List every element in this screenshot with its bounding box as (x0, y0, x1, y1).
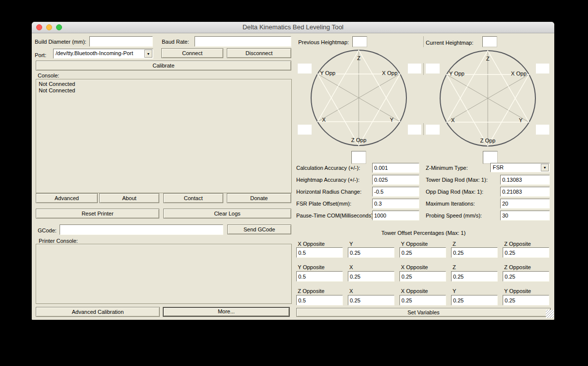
offset-r3c3-label: X Opposite (401, 288, 428, 294)
offset-r3c4-label: Y (453, 288, 456, 294)
offset-r1c2-input[interactable] (348, 247, 394, 258)
prev-heightmap-y-field[interactable] (408, 125, 421, 135)
advanced-calibration-button[interactable]: Advanced Calibration (36, 307, 160, 317)
tower-diag-rod-input[interactable] (500, 175, 550, 185)
about-button[interactable]: About (99, 193, 159, 203)
point-label-x-opp: X Opp (382, 70, 397, 76)
baud-rate-input[interactable] (195, 36, 291, 47)
point-label-z: Z (439, 56, 536, 62)
previous-heightmap-field[interactable] (352, 36, 367, 47)
opp-diag-rod-input[interactable] (500, 187, 550, 197)
reset-printer-button[interactable]: Reset Printer (36, 209, 159, 219)
offset-r1c1-input[interactable] (296, 247, 343, 258)
probing-speed-input[interactable] (500, 211, 550, 220)
prev-heightmap-x-field[interactable] (298, 125, 312, 135)
offset-r3c5-input[interactable] (503, 295, 549, 305)
offset-r2c2-input[interactable] (348, 271, 394, 282)
zoom-button[interactable] (56, 24, 62, 30)
prev-heightmap-zopp-field[interactable] (351, 151, 366, 164)
heightmap-accuracy-label: Heightmap Accuracy (+/-): (296, 177, 359, 183)
chevron-down-icon[interactable]: ▼ (541, 164, 549, 171)
offset-r1c5-input[interactable] (503, 247, 549, 258)
horizontal-radius-input[interactable] (372, 187, 419, 197)
clear-logs-button[interactable]: Clear Logs (163, 209, 291, 219)
offset-r3c5-label: Y Opposite (504, 288, 531, 294)
offset-r1c3-label: Y Opposite (401, 241, 428, 247)
tower-diag-rod-label: Tower Diag Rod (Max: 1): (426, 177, 488, 183)
titlebar[interactable]: Delta Kinematics Bed Leveling Tool (32, 22, 554, 33)
offset-r2c4-label: Z (453, 264, 456, 271)
build-diameter-label: Build Diameter (mm): (35, 39, 86, 45)
point-label-x: X (451, 117, 455, 123)
panel-divider (423, 63, 424, 75)
minimize-button[interactable] (46, 24, 52, 30)
offset-r1c5-label: Z Opposite (504, 241, 531, 247)
gcode-input[interactable] (60, 224, 223, 235)
disconnect-button[interactable]: Disconnect (227, 48, 291, 58)
port-label: Port: (35, 52, 46, 59)
main-content: Build Diameter (mm): Baud Rate: Port: /d… (32, 33, 554, 320)
advanced-button[interactable]: Advanced (36, 193, 98, 203)
cur-heightmap-y-field[interactable] (536, 125, 549, 135)
point-label-x-opp: X Opp (511, 71, 526, 76)
calibrate-button[interactable]: Calibrate (36, 61, 291, 71)
z-minimum-type-select[interactable]: FSR ▼ (490, 163, 550, 172)
traffic-lights (36, 24, 62, 30)
point-label-z-opp: Z Opp (310, 137, 407, 143)
window-title: Delta Kinematics Bed Leveling Tool (32, 22, 554, 33)
fsr-plate-offset-input[interactable] (372, 199, 419, 209)
cur-heightmap-yopp-field[interactable] (426, 64, 440, 73)
send-gcode-button[interactable]: Send GCode (227, 224, 291, 234)
contact-button[interactable]: Contact (163, 193, 223, 203)
resize-grip[interactable] (546, 310, 554, 318)
port-select[interactable]: /dev/tty.Bluetooth-Incoming-Port ▼ (53, 49, 153, 59)
previous-heightmap-label: Previous Heightmap: (298, 39, 349, 46)
offset-r2c2-label: X (349, 264, 353, 271)
offset-r3c4-input[interactable] (451, 295, 498, 305)
baud-rate-label: Baud Rate: (162, 39, 189, 45)
current-heightmap-diagram: Z Y Opp X Opp X Y Z Opp (439, 50, 536, 147)
offset-r2c4-input[interactable] (451, 271, 498, 282)
offset-r3c1-input[interactable] (296, 295, 343, 305)
port-value: /dev/tty.Bluetooth-Incoming-Port (54, 49, 153, 56)
more-button[interactable]: More... (163, 307, 290, 317)
close-button[interactable] (36, 24, 42, 30)
prev-heightmap-xopp-field[interactable] (408, 64, 421, 73)
opp-diag-rod-label: Opp Diag Rod (Max: 1): (426, 189, 483, 195)
offset-r3c3-input[interactable] (399, 295, 446, 305)
donate-button[interactable]: Donate (227, 193, 291, 203)
current-heightmap-label: Current Heightmap: (426, 40, 473, 46)
panel-divider (423, 123, 424, 135)
printer-console-output[interactable] (36, 244, 292, 304)
cur-heightmap-xopp-field[interactable] (536, 64, 549, 73)
heightmap-circle-graphic (310, 49, 407, 146)
connect-button[interactable]: Connect (161, 48, 223, 58)
offset-r2c3-input[interactable] (399, 271, 446, 282)
set-variables-button[interactable]: Set Variables (296, 308, 551, 317)
previous-heightmap-diagram: Z Y Opp X Opp X Y Z Opp (310, 49, 407, 146)
build-diameter-input[interactable] (89, 36, 153, 47)
maximum-iterations-input[interactable] (500, 199, 550, 209)
console-output[interactable]: Not Connected Not Connected (36, 79, 292, 193)
offset-r1c1-label: X Opposite (298, 241, 325, 247)
offset-r3c2-input[interactable] (348, 295, 394, 305)
offset-r1c2-label: Y (349, 241, 353, 247)
tower-offsets-title: Tower Offset Percentages (Max: 1) (296, 230, 551, 236)
offset-r2c1-input[interactable] (296, 271, 343, 282)
horizontal-radius-label: Horizontal Radius Change: (296, 189, 361, 195)
cur-heightmap-zopp-field[interactable] (483, 151, 498, 164)
offset-r2c5-input[interactable] (503, 271, 549, 282)
offset-r2c3-label: X Opposite (401, 264, 428, 271)
calculation-accuracy-input[interactable] (372, 163, 419, 173)
cur-heightmap-x-field[interactable] (426, 125, 440, 135)
pause-time-input[interactable] (372, 211, 419, 220)
offset-r2c5-label: Z Opposite (504, 264, 531, 271)
prev-heightmap-yopp-field[interactable] (298, 64, 312, 73)
point-label-x: X (322, 117, 326, 123)
console-label: Console: (38, 73, 59, 79)
offset-r1c4-input[interactable] (451, 247, 498, 258)
chevron-down-icon[interactable]: ▼ (144, 50, 152, 58)
current-heightmap-field[interactable] (482, 36, 497, 47)
heightmap-accuracy-input[interactable] (372, 175, 419, 185)
offset-r1c3-input[interactable] (399, 247, 446, 258)
